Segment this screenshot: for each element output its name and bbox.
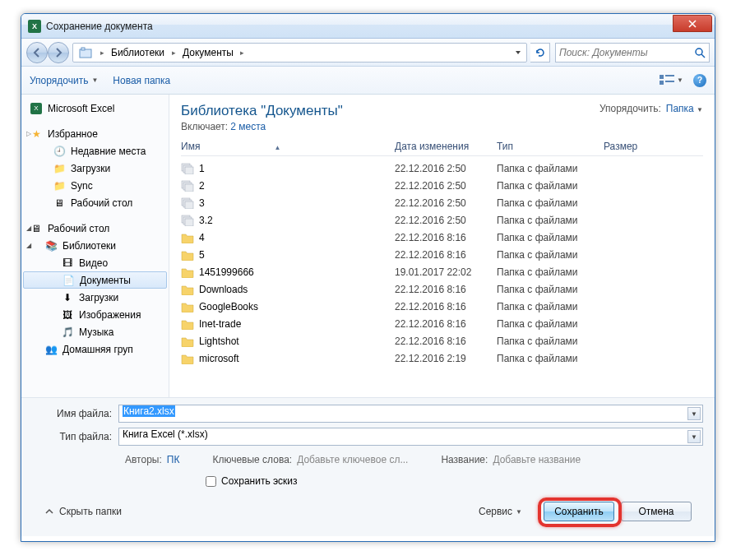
breadcrumb-documents[interactable]: Документы — [179, 44, 237, 62]
doc-title-value[interactable]: Добавьте название — [493, 454, 581, 465]
filename-input[interactable]: Книга2.xlsx — [123, 405, 175, 417]
help-button[interactable]: ? — [693, 74, 706, 87]
view-mode-button[interactable]: ▼ — [660, 75, 683, 86]
file-name: 4 — [199, 232, 205, 243]
file-list[interactable]: 122.12.2016 2:50Папка с файлами222.12.20… — [181, 160, 703, 397]
hide-folders-button[interactable]: Скрыть папки — [44, 506, 122, 517]
file-name: 1451999666 — [199, 266, 254, 278]
library-title: Библиотека "Документы" — [181, 103, 599, 119]
save-button[interactable]: Сохранить — [544, 502, 614, 521]
breadcrumb-libraries[interactable]: Библиотеки — [108, 44, 168, 62]
sidebar-item-homegroup[interactable]: 👥Домашняя груп — [21, 340, 169, 358]
sidebar-label: Загрузки — [79, 292, 118, 303]
downloads-icon: ⬇ — [61, 291, 74, 304]
save-thumbnail-checkbox[interactable] — [206, 476, 216, 487]
file-date: 22.12.2016 8:16 — [395, 232, 497, 243]
file-name: microsoft — [199, 353, 239, 364]
sidebar-item-desktop-root[interactable]: 🖥Рабочий стол — [21, 220, 169, 237]
svg-rect-5 — [660, 81, 664, 85]
close-button[interactable] — [673, 15, 712, 32]
sidebar-item-documents[interactable]: 📄Документы — [23, 271, 167, 289]
filetype-dropdown-button[interactable]: ▼ — [687, 430, 701, 443]
sidebar-label: Изображения — [79, 309, 141, 321]
col-size[interactable]: Размер — [604, 141, 703, 152]
library-subtitle: Включает: 2 места — [181, 121, 599, 132]
col-date[interactable]: Дата изменения — [395, 141, 497, 152]
file-name: 5 — [199, 249, 205, 261]
cancel-button[interactable]: Отмена — [621, 502, 692, 521]
filename-dropdown-button[interactable]: ▼ — [687, 407, 701, 420]
file-type: Папка с файлами — [497, 336, 604, 347]
file-name: Downloads — [199, 284, 248, 295]
filename-input-wrap[interactable]: Книга2.xlsx ▼ — [118, 405, 703, 423]
file-row[interactable]: Inet-trade22.12.2016 8:16Папка с файлами — [181, 315, 703, 332]
file-name: 3 — [199, 197, 205, 209]
navbar: ▸ Библиотеки ▸ Документы ▸ — [21, 39, 715, 67]
filename-label: Имя файла: — [33, 408, 118, 419]
arrange-by: Упорядочить: Папка ▼ — [599, 103, 703, 114]
file-row[interactable]: 122.12.2016 2:50Папка с файлами — [181, 160, 703, 177]
search-input[interactable] — [559, 47, 694, 58]
file-type: Папка с файлами — [497, 197, 604, 209]
file-row[interactable]: Lightshot22.12.2016 8:16Папка с файлами — [181, 332, 703, 349]
file-type: Папка с файлами — [497, 249, 604, 261]
sidebar-item-video[interactable]: 🎞Видео — [21, 254, 169, 271]
file-row[interactable]: 3.222.12.2016 2:50Папка с файлами — [181, 211, 703, 229]
breadcrumb-chevron-icon[interactable]: ▸ — [96, 49, 108, 57]
back-button[interactable] — [26, 42, 48, 63]
arrange-dropdown[interactable]: Папка ▼ — [666, 103, 703, 114]
col-type[interactable]: Тип — [497, 141, 604, 152]
sidebar-item-libraries[interactable]: 📚Библиотеки — [21, 237, 169, 254]
svg-rect-12 — [185, 184, 193, 192]
sidebar-item-recent[interactable]: 🕘Недавние места — [21, 142, 169, 160]
sidebar-item-downloads2[interactable]: ⬇Загрузки — [21, 289, 169, 306]
file-date: 22.12.2016 8:16 — [395, 249, 497, 261]
file-date: 22.12.2016 2:19 — [395, 353, 497, 364]
sidebar-label: Загрузки — [71, 163, 110, 174]
sidebar-item-desktop[interactable]: 🖥Рабочий стол — [21, 194, 169, 211]
forward-button[interactable] — [48, 42, 69, 63]
file-name-cell: Lightshot — [181, 336, 395, 347]
svg-rect-18 — [185, 219, 193, 226]
breadcrumb-dropdown[interactable] — [248, 49, 525, 56]
file-row[interactable]: 422.12.2016 8:16Папка с файлами — [181, 229, 703, 246]
search-box[interactable] — [555, 43, 710, 62]
sidebar-item-excel[interactable]: X Microsoft Excel — [21, 100, 169, 117]
file-row[interactable]: 145199966619.01.2017 22:02Папка с файлам… — [181, 263, 703, 280]
svg-point-2 — [696, 49, 702, 55]
file-row[interactable]: 322.12.2016 2:50Папка с файлами — [181, 194, 703, 211]
breadcrumb-chevron-icon[interactable]: ▸ — [168, 49, 179, 57]
includes-link[interactable]: 2 места — [230, 121, 266, 132]
file-date: 22.12.2016 8:16 — [395, 318, 497, 330]
organize-button[interactable]: Упорядочить ▼ — [30, 75, 98, 86]
file-date: 22.12.2016 2:50 — [395, 197, 497, 209]
file-name-cell: GoogleBooks — [181, 301, 395, 312]
filetype-select[interactable]: Книга Excel (*.xlsx) ▼ — [118, 428, 703, 446]
file-row[interactable]: microsoft22.12.2016 2:19Папка с файлами — [181, 349, 703, 367]
col-name[interactable]: Имя▲ — [181, 141, 395, 152]
sidebar-item-favorites[interactable]: ★ Избранное — [21, 125, 169, 142]
organize-label: Упорядочить — [30, 75, 88, 86]
file-row[interactable]: Downloads22.12.2016 8:16Папка с файлами — [181, 280, 703, 298]
video-icon: 🎞 — [61, 257, 74, 270]
svg-rect-9 — [185, 167, 193, 174]
breadcrumb-bar[interactable]: ▸ Библиотеки ▸ Документы ▸ — [72, 43, 527, 62]
images-icon: 🖼 — [61, 308, 74, 322]
sidebar-item-music[interactable]: 🎵Музыка — [21, 323, 169, 340]
file-row[interactable]: GoogleBooks22.12.2016 8:16Папка с файлам… — [181, 298, 703, 315]
authors-value[interactable]: ПК — [167, 454, 180, 465]
sidebar-item-downloads[interactable]: 📁Загрузки — [21, 160, 169, 177]
tools-button[interactable]: Сервис ▼ — [479, 506, 522, 517]
breadcrumb-chevron-icon[interactable]: ▸ — [237, 49, 248, 57]
keywords-value[interactable]: Добавьте ключевое сл... — [297, 454, 408, 465]
refresh-button[interactable] — [530, 43, 550, 62]
save-dialog-window: X Сохранение документа ▸ Библиотеки ▸ До… — [21, 13, 715, 542]
new-folder-button[interactable]: Новая папка — [113, 75, 170, 86]
file-name-cell: 1451999666 — [181, 266, 395, 278]
sidebar-item-images[interactable]: 🖼Изображения — [21, 306, 169, 323]
sidebar-item-sync[interactable]: 📁Sync — [21, 177, 169, 194]
file-row[interactable]: 522.12.2016 8:16Папка с файлами — [181, 246, 703, 263]
file-name-cell: 3 — [181, 197, 395, 209]
nav-buttons — [26, 42, 69, 63]
file-row[interactable]: 222.12.2016 2:50Папка с файлами — [181, 177, 703, 194]
